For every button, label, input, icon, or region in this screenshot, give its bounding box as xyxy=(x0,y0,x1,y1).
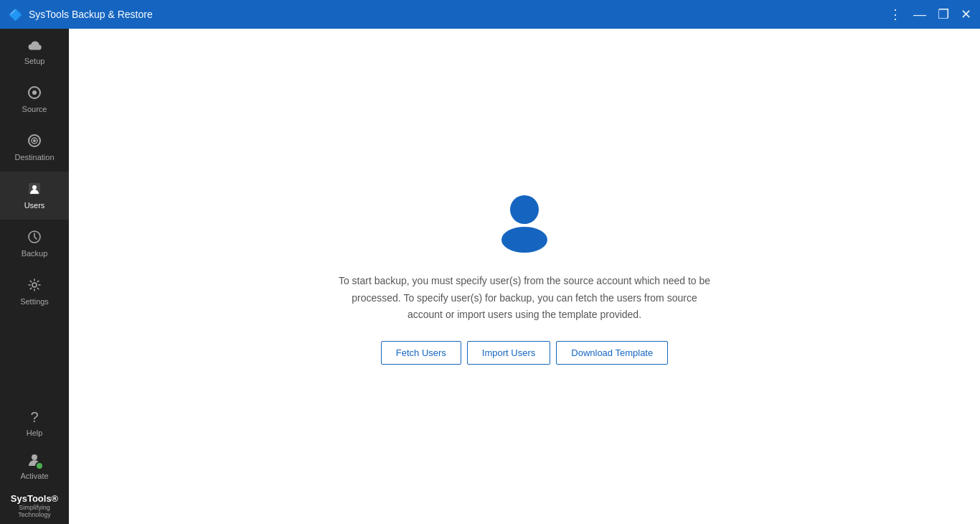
main-content: To start backup, you must specify user(s… xyxy=(69,29,980,524)
title-bar-left: 🔷 SysTools Backup & Restore xyxy=(9,8,153,22)
svg-point-11 xyxy=(501,227,547,253)
sidebar-item-setup[interactable]: Setup xyxy=(0,29,69,75)
active-status-dot xyxy=(35,462,44,470)
svg-point-10 xyxy=(510,195,539,224)
sidebar-item-source[interactable]: Source xyxy=(0,75,69,123)
source-label: Source xyxy=(22,105,47,113)
source-icon xyxy=(27,85,42,102)
activate-icon-wrapper xyxy=(27,452,42,469)
sidebar: Setup Source Destination xyxy=(0,29,69,524)
sidebar-item-settings[interactable]: Settings xyxy=(0,268,69,316)
help-label: Help xyxy=(27,429,43,437)
import-users-button[interactable]: Import Users xyxy=(467,341,550,365)
backup-label: Backup xyxy=(22,249,48,258)
systools-logo: SysTools® Simplifying Technology xyxy=(0,487,69,524)
cloud-icon xyxy=(27,39,42,54)
menu-button[interactable]: ⋮ xyxy=(889,8,902,21)
sidebar-item-backup[interactable]: Backup xyxy=(0,220,69,268)
app-body: Setup Source Destination xyxy=(0,29,980,524)
users-label: Users xyxy=(24,201,45,210)
sidebar-item-activate[interactable]: Activate xyxy=(0,444,69,487)
svg-point-1 xyxy=(32,90,37,95)
content-center: To start backup, you must specify user(s… xyxy=(338,188,711,365)
destination-icon xyxy=(27,134,42,150)
title-bar: 🔷 SysTools Backup & Restore ⋮ — ❐ ✕ xyxy=(0,0,980,29)
app-icon: 🔷 xyxy=(9,8,23,22)
svg-point-4 xyxy=(33,139,36,142)
users-icon xyxy=(27,182,42,198)
settings-icon xyxy=(27,278,42,294)
close-button[interactable]: ✕ xyxy=(961,8,971,21)
destination-label: Destination xyxy=(14,153,54,162)
logo-subtitle: Simplifying Technology xyxy=(6,504,63,518)
sidebar-item-destination[interactable]: Destination xyxy=(0,123,69,172)
fetch-users-button[interactable]: Fetch Users xyxy=(381,341,461,365)
setup-label: Setup xyxy=(24,57,45,65)
help-icon: ? xyxy=(30,409,38,426)
settings-label: Settings xyxy=(20,297,49,306)
action-buttons: Fetch Users Import Users Download Templa… xyxy=(381,341,668,365)
svg-point-6 xyxy=(32,185,37,190)
description-text: To start backup, you must specify user(s… xyxy=(338,273,711,324)
title-bar-controls: ⋮ — ❐ ✕ xyxy=(889,8,971,21)
app-title: SysTools Backup & Restore xyxy=(29,9,153,20)
user-illustration xyxy=(492,188,557,256)
maximize-button[interactable]: ❐ xyxy=(938,8,949,21)
minimize-button[interactable]: — xyxy=(913,8,926,21)
sidebar-item-help[interactable]: ? Help xyxy=(0,402,69,444)
svg-point-9 xyxy=(32,454,37,460)
sidebar-item-users[interactable]: Users xyxy=(0,172,69,220)
backup-icon xyxy=(27,230,42,246)
download-template-button[interactable]: Download Template xyxy=(556,341,668,365)
activate-label: Activate xyxy=(20,472,48,480)
logo-title: SysTools® xyxy=(6,493,63,504)
svg-point-8 xyxy=(32,283,37,287)
